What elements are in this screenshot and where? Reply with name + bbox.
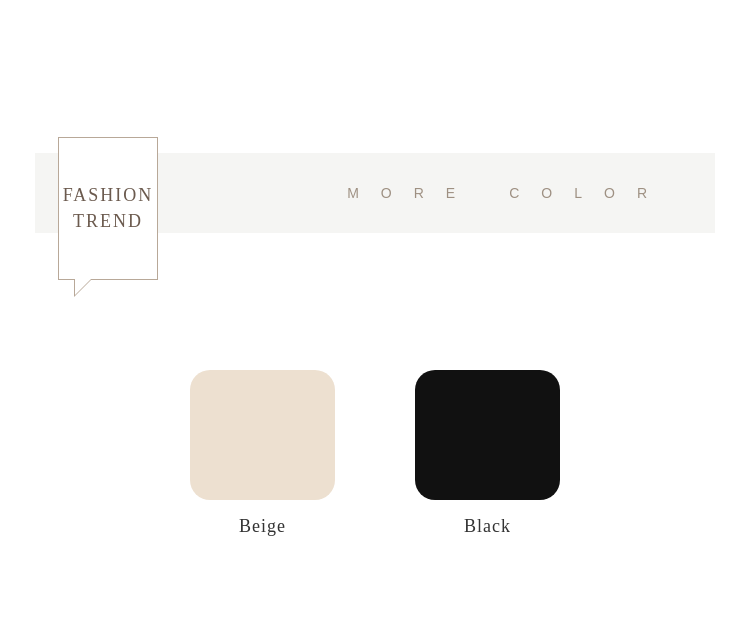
swatch-item-beige: Beige bbox=[190, 370, 335, 537]
swatch-label-beige: Beige bbox=[239, 516, 286, 537]
letter-r2: R bbox=[637, 185, 655, 201]
letter-e: E bbox=[446, 185, 463, 201]
letter-l: L bbox=[574, 185, 590, 201]
swatch-black bbox=[415, 370, 560, 500]
swatches-section: Beige Black bbox=[0, 370, 750, 537]
letter-o3: O bbox=[604, 185, 623, 201]
letter-r: R bbox=[414, 185, 432, 201]
logo-box: FASHION TREND bbox=[58, 137, 158, 280]
letter-m: M bbox=[347, 185, 367, 201]
logo-text: FASHION TREND bbox=[63, 183, 154, 233]
more-color-text: M O R E C O L O R bbox=[347, 185, 655, 201]
swatch-beige bbox=[190, 370, 335, 500]
letter-o2: O bbox=[541, 185, 560, 201]
letter-c: C bbox=[509, 185, 527, 201]
logo-line2: TREND bbox=[63, 209, 154, 234]
swatch-item-black: Black bbox=[415, 370, 560, 537]
letter-o1: O bbox=[381, 185, 400, 201]
logo-line1: FASHION bbox=[63, 183, 154, 208]
swatch-label-black: Black bbox=[464, 516, 511, 537]
